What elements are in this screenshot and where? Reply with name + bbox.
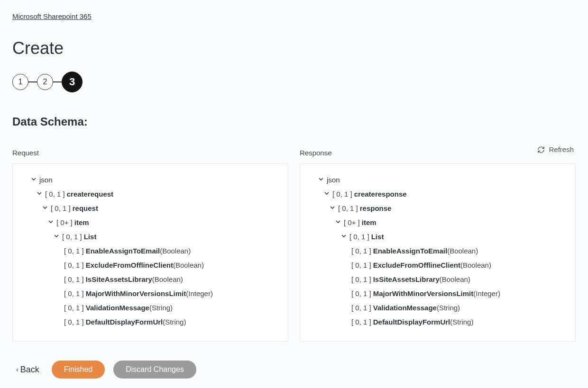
node-name: item — [362, 218, 377, 226]
field-name: EnableAssignToEmail — [373, 247, 447, 255]
node-name: List — [371, 233, 384, 241]
chevron-down-icon — [318, 176, 325, 183]
response-column: Response json [ 0, 1 ] createresponse [ … — [300, 149, 576, 342]
chevron-down-icon — [42, 205, 49, 211]
step-connector — [28, 81, 37, 82]
tree-row[interactable]: [ 0, 1 ] ValidationMessage (String) — [351, 300, 565, 315]
field-cardinality: [ 0, 1 ] — [64, 275, 84, 283]
field-cardinality: [ 0, 1 ] — [351, 247, 371, 255]
chevron-down-icon — [54, 233, 60, 240]
node-label: json — [39, 176, 53, 184]
field-cardinality: [ 0, 1 ] — [64, 261, 84, 269]
tree-row[interactable]: json — [318, 172, 565, 187]
back-button[interactable]: ‹ Back — [12, 363, 43, 377]
chevron-left-icon: ‹ — [16, 366, 18, 373]
field-type: (Boolean) — [173, 261, 204, 269]
chevron-down-icon — [31, 176, 37, 183]
tree-row[interactable]: [ 0, 1 ] IsSiteAssetsLibrary (Boolean) — [351, 272, 565, 286]
step-1[interactable]: 1 — [12, 74, 28, 90]
field-type: (String) — [163, 318, 186, 326]
field-type: (Integer) — [186, 289, 213, 298]
field-name: EnableAssignToEmail — [86, 247, 160, 255]
tree-row[interactable]: [ 0, 1 ] DefaultDisplayFormUrl (String) — [351, 315, 565, 329]
field-name: DefaultDisplayFormUrl — [86, 318, 163, 326]
field-cardinality: [ 0, 1 ] — [351, 261, 371, 269]
node-name: createrequest — [67, 190, 113, 198]
request-header: Request — [12, 149, 288, 157]
response-header: Response — [300, 149, 576, 157]
field-name: ExcludeFromOfflineClient — [373, 261, 460, 269]
field-name: MajorWithMinorVersionsLimit — [86, 289, 186, 298]
tree-row[interactable]: [ 0, 1 ] request — [42, 201, 277, 215]
chevron-down-icon — [324, 190, 331, 197]
tree-row[interactable]: [ 0, 1 ] ExcludeFromOfflineClient (Boole… — [351, 258, 565, 272]
tree-row[interactable]: [ 0, 1 ] List — [54, 229, 277, 244]
node-cardinality: [ 0, 1 ] — [62, 233, 82, 241]
node-cardinality: [ 0, 1 ] — [51, 204, 71, 212]
breadcrumb-link[interactable]: Microsoft Sharepoint 365 — [12, 12, 92, 20]
field-type: (Integer) — [473, 289, 500, 298]
tree-row[interactable]: [ 0+ ] item — [48, 215, 277, 229]
chevron-down-icon — [335, 219, 342, 226]
field-name: ValidationMessage — [373, 304, 437, 312]
field-name: ExcludeFromOfflineClient — [86, 261, 173, 269]
field-type: (Boolean) — [160, 247, 191, 255]
back-label: Back — [20, 365, 39, 375]
node-name: List — [84, 233, 97, 241]
node-name: createresponse — [354, 190, 407, 198]
tree-row[interactable]: [ 0, 1 ] ValidationMessage (String) — [64, 300, 277, 315]
field-type: (Boolean) — [460, 261, 491, 269]
tree-row[interactable]: [ 0, 1 ] List — [341, 229, 565, 244]
step-connector — [53, 81, 62, 82]
chevron-down-icon — [341, 233, 348, 240]
tree-row[interactable]: [ 0+ ] item — [335, 215, 565, 229]
node-cardinality: [ 0+ ] — [56, 218, 73, 226]
field-cardinality: [ 0, 1 ] — [64, 247, 84, 255]
field-name: IsSiteAssetsLibrary — [86, 275, 152, 283]
node-name: response — [360, 204, 392, 212]
tree-row[interactable]: [ 0, 1 ] IsSiteAssetsLibrary (Boolean) — [64, 272, 277, 286]
field-cardinality: [ 0, 1 ] — [351, 289, 371, 298]
tree-row[interactable]: [ 0, 1 ] response — [330, 201, 565, 215]
node-name: request — [73, 204, 98, 212]
field-cardinality: [ 0, 1 ] — [351, 318, 371, 326]
chevron-down-icon — [330, 205, 336, 211]
node-cardinality: [ 0, 1 ] — [338, 204, 358, 212]
field-type: (String) — [149, 304, 173, 312]
chevron-down-icon — [48, 219, 55, 226]
tree-row[interactable]: json — [31, 172, 277, 187]
tree-row[interactable]: [ 0, 1 ] createresponse — [324, 187, 565, 201]
field-cardinality: [ 0, 1 ] — [64, 304, 84, 312]
field-name: ValidationMessage — [86, 304, 149, 312]
tree-row[interactable]: [ 0, 1 ] EnableAssignToEmail (Boolean) — [64, 244, 277, 258]
request-column: Request json [ 0, 1 ] createrequest [ 0,… — [12, 149, 288, 342]
step-3[interactable]: 3 — [62, 72, 83, 92]
field-name: IsSiteAssetsLibrary — [373, 275, 440, 283]
field-cardinality: [ 0, 1 ] — [351, 275, 371, 283]
chevron-down-icon — [37, 190, 43, 197]
tree-row[interactable]: [ 0, 1 ] ExcludeFromOfflineClient (Boole… — [64, 258, 277, 272]
finished-button[interactable]: Finished — [52, 361, 105, 379]
node-label: json — [327, 176, 340, 184]
tree-row[interactable]: [ 0, 1 ] EnableAssignToEmail (Boolean) — [351, 244, 565, 258]
field-cardinality: [ 0, 1 ] — [64, 289, 84, 298]
field-name: MajorWithMinorVersionsLimit — [373, 289, 474, 298]
response-panel: json [ 0, 1 ] createresponse [ 0, 1 ] re… — [300, 163, 576, 342]
node-cardinality: [ 0, 1 ] — [349, 233, 369, 241]
field-name: DefaultDisplayFormUrl — [373, 318, 450, 326]
stepper: 1 2 3 — [12, 72, 576, 92]
step-2[interactable]: 2 — [37, 74, 53, 90]
discard-button[interactable]: Discard Changes — [113, 361, 196, 379]
tree-row[interactable]: [ 0, 1 ] createrequest — [37, 187, 277, 201]
request-panel: json [ 0, 1 ] createrequest [ 0, 1 ] req… — [12, 163, 288, 342]
page-title: Create — [12, 38, 576, 58]
tree-row[interactable]: [ 0, 1 ] DefaultDisplayFormUrl (String) — [64, 315, 277, 329]
field-type: (String) — [437, 304, 460, 312]
tree-row[interactable]: [ 0, 1 ] MajorWithMinorVersionsLimit (In… — [351, 286, 565, 300]
node-name: item — [74, 218, 89, 226]
tree-row[interactable]: [ 0, 1 ] MajorWithMinorVersionsLimit (In… — [64, 286, 277, 300]
footer-actions: ‹ Back Finished Discard Changes — [12, 361, 576, 379]
field-type: (Boolean) — [440, 275, 470, 283]
field-type: (Boolean) — [447, 247, 478, 255]
node-cardinality: [ 0+ ] — [344, 218, 360, 226]
